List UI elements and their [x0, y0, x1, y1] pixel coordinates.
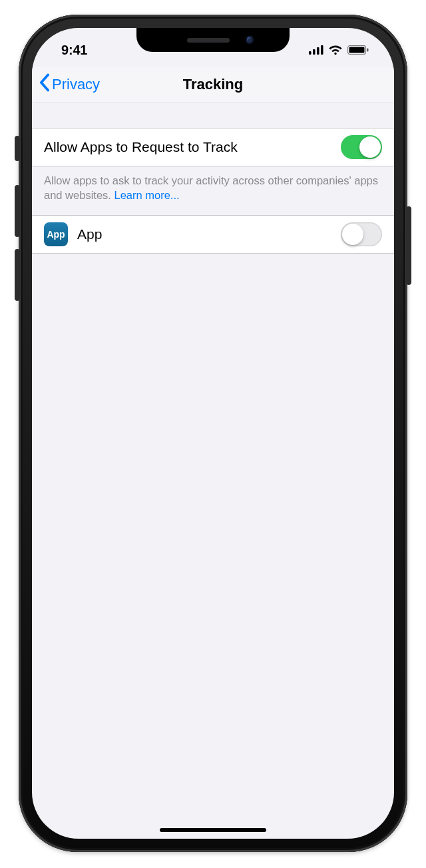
volume-up-button [15, 185, 20, 237]
status-time: 9:41 [61, 43, 87, 58]
status-indicators [309, 45, 369, 55]
app-tracking-toggle[interactable] [341, 222, 382, 246]
cellular-signal-icon [309, 45, 323, 55]
footer-text: Allow apps to ask to track your activity… [44, 174, 378, 201]
svg-rect-1 [313, 49, 316, 55]
mute-switch [15, 136, 20, 161]
toggle-knob [359, 136, 381, 158]
back-label: Privacy [52, 76, 100, 93]
battery-icon [347, 45, 369, 55]
toggle-knob [342, 224, 363, 245]
svg-rect-5 [349, 47, 365, 53]
status-bar: 9:41 [32, 28, 394, 67]
allow-tracking-row: Allow Apps to Request to Track [32, 128, 394, 166]
back-button[interactable]: Privacy [39, 73, 100, 96]
svg-rect-6 [367, 49, 369, 52]
spacer [32, 103, 394, 128]
volume-down-button [15, 249, 20, 301]
svg-rect-3 [321, 45, 323, 55]
home-indicator[interactable] [160, 828, 266, 832]
learn-more-link[interactable]: Learn more... [114, 189, 179, 201]
app-icon: App [44, 222, 68, 246]
svg-rect-0 [309, 51, 312, 55]
app-name: App [77, 226, 341, 242]
svg-rect-2 [317, 47, 320, 55]
nav-bar: Privacy Tracking [32, 67, 394, 103]
section-footer: Allow apps to ask to track your activity… [32, 166, 394, 215]
allow-tracking-toggle[interactable] [341, 135, 382, 159]
side-button [406, 206, 411, 285]
chevron-left-icon [39, 73, 51, 96]
app-row: App App [32, 215, 394, 254]
phone-device-frame: 9:41 [19, 15, 407, 852]
app-icon-label: App [47, 229, 65, 240]
allow-tracking-label: Allow Apps to Request to Track [44, 139, 341, 155]
screen: 9:41 [32, 28, 394, 839]
wifi-icon [328, 45, 343, 55]
